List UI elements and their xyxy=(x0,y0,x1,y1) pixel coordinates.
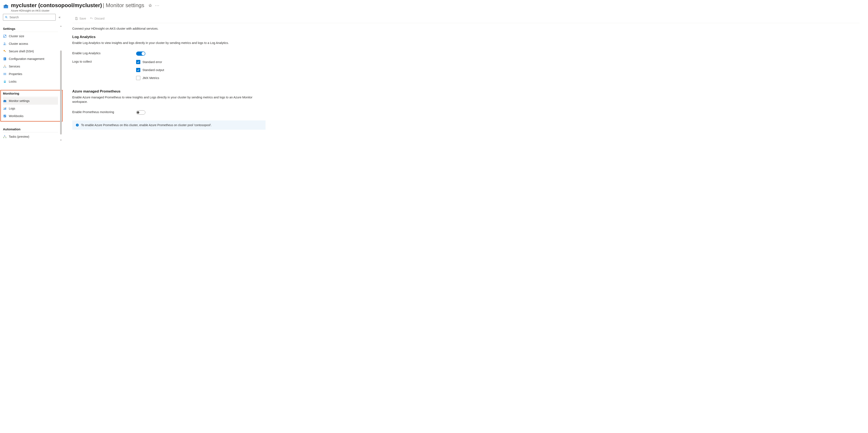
checkbox-jmx-metrics[interactable] xyxy=(136,76,140,80)
svg-point-26 xyxy=(4,108,4,108)
svg-rect-25 xyxy=(5,108,6,110)
checkbox-standard-error[interactable] xyxy=(136,60,140,64)
prometheus-info-banner: To enable Azure Prometheus on this clust… xyxy=(72,120,266,130)
svg-rect-22 xyxy=(4,100,5,100)
sidebar-item-configuration-management[interactable]: Configuration management xyxy=(3,55,58,63)
discard-button[interactable]: Discard xyxy=(90,17,104,20)
sidebar-item-properties[interactable]: Properties xyxy=(3,70,58,78)
tasks-icon xyxy=(3,135,7,139)
svg-rect-10 xyxy=(5,51,6,52)
favorite-button[interactable] xyxy=(149,4,152,7)
resource-type-label: Azure HDInsight on AKS cluster xyxy=(11,9,160,12)
sidebar-item-secure-shell-ssh[interactable]: Secure shell (SSH) xyxy=(3,48,58,55)
save-button[interactable]: Save xyxy=(75,17,86,20)
svg-point-8 xyxy=(5,43,6,44)
sidebar: « ▲ ▼ SettingsCluster sizeCluster access… xyxy=(0,14,63,433)
svg-point-35 xyxy=(77,124,78,125)
sidebar-item-tasks-preview[interactable]: Tasks (preview) xyxy=(3,133,58,140)
intro-text: Connect your HDInsight on AKS cluster wi… xyxy=(72,27,266,30)
command-bar: Save Discard xyxy=(72,14,860,23)
log-analytics-heading: Log Analytics xyxy=(72,35,266,39)
page-title: mycluster (contosopool/mycluster) | Moni… xyxy=(11,2,144,9)
workbook-icon xyxy=(3,114,7,118)
sidebar-item-label: Locks xyxy=(9,80,17,83)
sidebar-item-label: Monitor settings xyxy=(9,99,30,103)
sidebar-item-label: Services xyxy=(9,65,20,68)
checkbox-label: Standard error xyxy=(143,60,162,64)
log-analytics-desc: Enable Log Analytics to view insights an… xyxy=(72,41,266,45)
nav-group-title: Settings xyxy=(3,26,58,32)
nav-group-title: Monitoring xyxy=(3,90,58,97)
svg-rect-30 xyxy=(6,138,6,138)
svg-point-4 xyxy=(5,17,7,18)
sidebar-item-workbooks[interactable]: Workbooks xyxy=(3,112,58,120)
svg-point-9 xyxy=(4,50,5,51)
sidebar-item-label: Cluster access xyxy=(9,42,28,46)
sidebar-item-logs[interactable]: Logs xyxy=(3,105,58,112)
sidebar-item-services[interactable]: Services xyxy=(3,63,58,70)
svg-rect-13 xyxy=(5,65,5,65)
svg-line-5 xyxy=(7,18,7,18)
sidebar-scrollbar[interactable]: ▲ ▼ xyxy=(60,26,62,140)
enable-log-analytics-label: Enable Log Analytics xyxy=(72,52,136,55)
svg-point-7 xyxy=(4,43,5,44)
undo-icon xyxy=(90,17,93,20)
bars-icon xyxy=(3,72,7,76)
search-icon xyxy=(5,16,8,19)
prometheus-heading: Azure managed Prometheus xyxy=(72,89,266,93)
checklist-icon xyxy=(3,57,7,61)
sidebar-item-label: Logs xyxy=(9,107,15,110)
sidebar-item-label: Cluster size xyxy=(9,34,24,38)
sidebar-item-label: Workbooks xyxy=(9,114,24,118)
svg-marker-3 xyxy=(149,4,151,7)
checkbox-label: Standard output xyxy=(143,68,164,72)
info-icon xyxy=(75,123,79,127)
resize-icon xyxy=(3,34,7,38)
sidebar-item-label: Properties xyxy=(9,72,22,76)
sidebar-item-cluster-access[interactable]: Cluster access xyxy=(3,40,58,48)
svg-rect-28 xyxy=(4,135,5,136)
sidebar-search-input[interactable] xyxy=(9,16,54,19)
collapse-sidebar-button[interactable]: « xyxy=(58,15,61,20)
logs-icon xyxy=(3,107,7,110)
checkbox-label: JMX Metrics xyxy=(143,76,159,80)
prometheus-desc: Enable Azure managed Prometheus to view … xyxy=(72,95,266,104)
svg-rect-19 xyxy=(4,81,6,83)
checkbox-row-standard-error: Standard error xyxy=(136,60,266,64)
enable-prometheus-toggle[interactable] xyxy=(136,110,145,115)
svg-rect-23 xyxy=(4,109,4,110)
svg-rect-32 xyxy=(76,19,77,20)
enable-prometheus-label: Enable Prometheus monitoring xyxy=(72,110,136,114)
lock-icon xyxy=(3,80,7,83)
checkbox-row-jmx-metrics: JMX Metrics xyxy=(136,76,266,80)
page-header: mycluster (contosopool/mycluster) | Moni… xyxy=(0,2,868,14)
toolbox-icon xyxy=(3,99,7,103)
svg-rect-12 xyxy=(4,57,6,60)
sidebar-item-label: Configuration management xyxy=(9,57,44,61)
sidebar-item-locks[interactable]: Locks xyxy=(3,78,58,85)
sidebar-item-monitor-settings[interactable]: Monitor settings xyxy=(3,97,58,105)
svg-rect-24 xyxy=(5,108,5,110)
svg-rect-15 xyxy=(5,67,6,68)
nav-group-title: Automation xyxy=(3,126,58,133)
sidebar-item-label: Tasks (preview) xyxy=(9,135,29,138)
svg-rect-1 xyxy=(4,5,8,6)
enable-log-analytics-toggle[interactable] xyxy=(136,52,145,56)
svg-rect-31 xyxy=(76,17,77,18)
people-icon xyxy=(3,42,7,46)
sidebar-search[interactable] xyxy=(3,14,56,21)
key-icon xyxy=(3,49,7,53)
more-button[interactable]: ··· xyxy=(155,4,160,7)
main-content: Save Discard Connect your HDInsight on A… xyxy=(63,14,868,433)
logs-to-collect-label: Logs to collect xyxy=(72,60,136,63)
save-icon xyxy=(75,17,78,20)
resource-icon xyxy=(3,3,9,9)
sidebar-item-label: Secure shell (SSH) xyxy=(9,50,34,53)
svg-rect-2 xyxy=(5,5,7,5)
sidebar-item-cluster-size[interactable]: Cluster size xyxy=(3,32,58,40)
svg-rect-14 xyxy=(4,67,4,68)
hierarchy-icon xyxy=(3,64,7,68)
checkbox-standard-output[interactable] xyxy=(136,68,140,72)
svg-rect-21 xyxy=(3,100,6,101)
checkbox-row-standard-output: Standard output xyxy=(136,68,266,72)
